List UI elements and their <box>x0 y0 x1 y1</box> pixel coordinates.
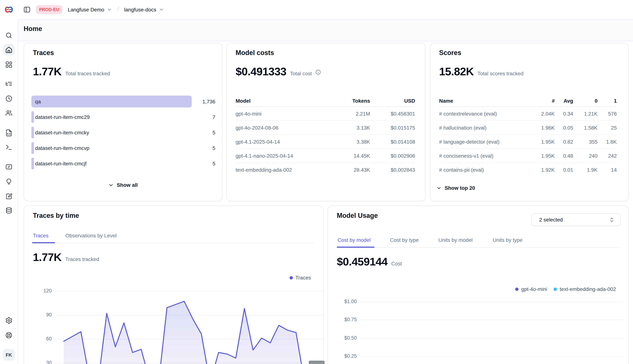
lifebuoy-icon <box>5 332 13 339</box>
sidebar-item-search[interactable] <box>5 32 13 39</box>
horizontal-scrollbar-thumb[interactable] <box>309 361 325 364</box>
table-row: # contains-pii (eval) 1.92K 0.01 1.9K 14 <box>439 163 617 176</box>
gridline <box>55 363 322 363</box>
metric-label: Total traces tracked <box>65 70 110 76</box>
org-switcher[interactable]: Langfuse Demo <box>68 7 112 12</box>
bar-value: 5 <box>212 158 215 170</box>
gridline <box>360 302 623 302</box>
bar-label: dataset-run-item-cmc29 <box>35 111 90 123</box>
y-tick: 120 <box>32 287 52 294</box>
sidebar-toggle-button[interactable] <box>23 6 31 13</box>
page-title: Home <box>24 25 42 33</box>
tabs-divider <box>337 247 619 248</box>
metric-value: 1.77K <box>33 251 62 264</box>
table-row: gpt-4.1-2025-04-14 3.38K $0.014108 <box>236 135 415 149</box>
sidebar-item-settings[interactable] <box>5 317 13 324</box>
bar-value: 7 <box>212 111 215 123</box>
metric-value: 15.82K <box>439 65 474 78</box>
info-icon[interactable] <box>316 69 321 75</box>
metric-label: Cost <box>391 261 402 266</box>
panel-left-icon <box>23 6 31 13</box>
top-bar: PROD-EU Langfuse Demo / langfuse-docs <box>18 0 633 20</box>
traces-by-time-card: Traces by time Traces Observations by Le… <box>24 206 324 364</box>
app-root: PROD-EU Langfuse Demo / langfuse-docs <box>0 0 633 364</box>
database-icon <box>5 207 13 214</box>
traces-card: Traces 1.77K Total traces tracked qa 1,7… <box>24 43 222 201</box>
chevron-down-icon <box>436 185 442 191</box>
bar-value: 1,736 <box>202 96 215 108</box>
metric-value: $0.459144 <box>337 256 388 268</box>
project-switcher[interactable]: langfuse-docs <box>124 7 164 12</box>
bar-label: qa <box>35 96 41 108</box>
trace-bar-row: qa 1,736 <box>32 96 215 108</box>
tab-observations-by-level[interactable]: Observations by Level <box>65 231 117 240</box>
table-row: # hallucination (eval) 1.96K 0.05 1.58K … <box>439 121 617 135</box>
terminal-icon <box>5 144 13 151</box>
sidebar-item-support[interactable] <box>5 332 13 339</box>
show-top-20-button[interactable]: Show top 20 <box>436 185 475 191</box>
bar-label: dataset-run-item-cmcky <box>35 126 89 138</box>
sidebar-item-home[interactable] <box>5 46 13 54</box>
scores-card: Scores 15.82K Total scores tracked Name … <box>430 43 628 201</box>
gridline <box>55 315 322 315</box>
scores-metric: 15.82K Total scores tracked <box>439 65 523 78</box>
sidebar-item-prompts[interactable] <box>5 129 13 136</box>
user-avatar[interactable]: FK <box>3 349 15 361</box>
model-costs-metric: $0.491333 Total cost <box>236 65 321 78</box>
select-value: 2 selected <box>539 217 609 222</box>
bar <box>32 142 34 154</box>
chevron-down-icon <box>108 182 114 188</box>
table-row: # contextrelevance (eval) 2.04K 0.34 1.2… <box>439 107 617 121</box>
sidebar-item-users[interactable] <box>5 109 13 117</box>
tab-units-by-model[interactable]: Units by model <box>438 236 472 244</box>
y-tick: $0.75 <box>335 316 357 324</box>
model-select[interactable]: 2 selected <box>531 214 621 226</box>
sidebar-item-datasets[interactable] <box>5 193 13 200</box>
trace-bar-row: dataset-run-item-cmcky 5 <box>32 126 215 138</box>
chart-legend: Traces <box>289 275 311 280</box>
trace-bar-row: dataset-run-item-cmcjf 5 <box>32 158 215 170</box>
legend-item-text-embedding-ada-002: text-embedding-ada-002 <box>554 286 616 292</box>
file-code-icon <box>5 129 13 136</box>
sidebar: FK <box>0 0 18 364</box>
table-row: gpt-4.1-nano-2025-04-14 14.45K $0.002906 <box>236 149 415 163</box>
trace-bar-row: dataset-run-item-cmcvp 5 <box>32 142 215 154</box>
sidebar-item-database[interactable] <box>5 207 13 214</box>
org-name: Langfuse Demo <box>68 7 104 12</box>
active-tab-underline <box>337 246 374 248</box>
y-tick: $0.25 <box>335 352 357 360</box>
cost-metric: $0.459144 Cost <box>337 256 402 268</box>
metric-label: Total scores tracked <box>477 70 523 76</box>
active-tab-underline <box>32 242 55 243</box>
card-title: Traces by time <box>33 212 79 220</box>
y-tick: $0.50 <box>335 334 357 342</box>
sidebar-item-annotation[interactable] <box>5 178 13 185</box>
bar <box>32 111 34 123</box>
table-row: text-embedding-ada-002 28.43K $0.002843 <box>236 163 415 176</box>
sidebar-item-dashboards[interactable] <box>5 61 13 68</box>
sidebar-item-sessions[interactable] <box>5 95 13 102</box>
sidebar-item-playground[interactable] <box>5 144 13 151</box>
tab-traces[interactable]: Traces <box>33 231 49 240</box>
tab-units-by-type[interactable]: Units by type <box>493 236 522 244</box>
y-tick: 60 <box>32 335 52 342</box>
model-usage-card: Model Usage 2 selected Cost by model Cos… <box>328 206 628 364</box>
langfuse-logo[interactable] <box>5 5 13 14</box>
chevron-down-icon <box>107 7 112 12</box>
sidebar-item-tracing[interactable] <box>5 80 13 88</box>
bar <box>32 126 34 138</box>
environment-badge: PROD-EU <box>36 5 63 14</box>
tab-cost-by-model[interactable]: Cost by model <box>338 236 371 244</box>
users-icon <box>5 109 13 117</box>
chevron-down-icon <box>159 7 164 12</box>
metric-label: Total cost <box>290 70 312 76</box>
show-all-button[interactable]: Show all <box>24 182 222 188</box>
percent-card-icon <box>5 163 13 170</box>
bar-value: 5 <box>212 126 215 138</box>
sidebar-item-evaluation[interactable] <box>5 163 13 170</box>
table-row: gpt-4o-mini 2.21M $0.456301 <box>236 107 415 121</box>
traces-metric: 1.77K Total traces tracked <box>33 65 110 78</box>
tab-cost-by-type[interactable]: Cost by type <box>390 236 419 244</box>
gear-icon <box>5 317 13 324</box>
page-header: Home <box>18 19 633 41</box>
